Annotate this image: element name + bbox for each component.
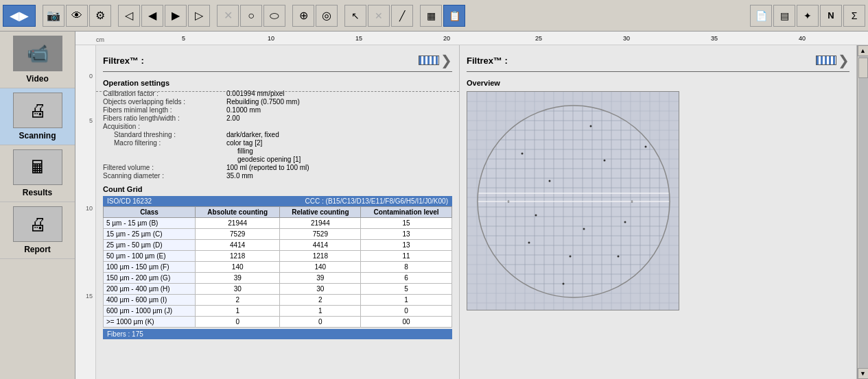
table-button[interactable]: ▤ [773,5,795,27]
settings-value-6: color tag [2] [226,139,262,147]
settings-label-8 [103,156,226,163]
table-row: 50 µm - 100 µm (E) 1218 1218 11 [104,251,452,262]
sidebar-item-video[interactable]: 📹 Video [0,32,75,88]
settings-row-1: Objects overlapping fields : Rebuilding … [103,98,452,106]
cell-abs: 30 [195,284,279,295]
left-panel-arrow[interactable]: ❯ [441,52,452,69]
settings-label-9: Filtered volume : [103,164,226,171]
settings-label-6: Macro filtering : [103,139,226,147]
donut-button[interactable]: ◎ [316,5,338,27]
table-row: 15 µm - 25 µm (C) 7529 7529 13 [104,229,452,240]
circle-button[interactable]: ○ [240,5,262,27]
left-panel-title: Filtrex™ : [103,56,419,66]
vertical-scrollbar[interactable]: ▲ ▼ [857,45,868,379]
svg-point-97 [645,146,647,148]
ruler-tick-5: 5 [182,35,185,42]
cross-button[interactable]: ✕ [217,5,239,27]
delete-button[interactable]: ✕ [368,5,390,27]
settings-label-10: Scanning diameter : [103,172,226,180]
cell-abs: 0 [195,317,279,328]
settings-row-4: Acquisition : [103,123,452,130]
slash-button[interactable]: ╱ [391,5,413,27]
settings-label-5: Standard threshing : [103,131,226,138]
step-back-button[interactable]: ◁ [118,5,140,27]
page-button[interactable]: 📄 [750,5,772,27]
svg-point-100 [624,221,626,223]
svg-point-88 [521,153,524,155]
settings-row-5: Standard threshing : dark/darker, fixed [103,131,452,138]
n-button[interactable]: N [820,5,842,27]
right-panel-title: Filtrex™ : [467,56,816,66]
video-label: Video [26,74,48,84]
scroll-thumb[interactable] [858,58,868,78]
ruler-tick-40: 40 [799,35,806,42]
fibers-row: Fibers : 175 [103,329,452,339]
settings-value-7: filling [226,147,253,155]
right-panel-stripe-icon [816,56,836,65]
view-button[interactable]: 👁 [66,5,88,27]
cell-cont: 6 [361,273,452,284]
settings-value-3: 2.00 [226,114,239,122]
dashed-line-1 [96,91,459,92]
settings-button[interactable]: ⚙ [89,5,111,27]
grid-button[interactable]: ▦ [420,5,442,27]
svg-point-99 [535,215,537,217]
report-button[interactable]: 📋 [443,5,465,27]
table-row: 600 µm - 1000 µm (J) 1 1 0 [104,306,452,317]
ccc-label: CCC : (B15/C13/D13/E11/F8/G6/H5/I1/J0/K0… [305,197,448,205]
capture-button[interactable]: 📷 [43,5,64,27]
settings-row-2: Fibers minimal length : 0.1000 mm [103,106,452,114]
settings-value-8: geodesic opening [1] [226,156,301,163]
cell-rel: 4414 [280,240,361,251]
cell-class: 100 µm - 150 µm (F) [104,262,196,273]
prev-button[interactable]: ◀ [141,5,163,27]
cell-cont: 5 [361,284,452,295]
col-abs: Absolute counting [195,207,279,218]
target-button[interactable]: ⊕ [292,5,314,27]
star-button[interactable]: ✦ [797,5,819,27]
cm-label: cm [96,36,117,45]
cell-rel: 0 [280,317,361,328]
sigma-button[interactable]: Σ [843,5,865,27]
cell-class: 50 µm - 100 µm (E) [104,251,196,262]
cell-cont: 15 [361,218,452,229]
scroll-down-button[interactable]: ▼ [858,368,869,379]
sidebar-item-report[interactable]: 🖨 Report [0,202,75,259]
next-button[interactable]: ▷ [188,5,210,27]
svg-point-92 [583,228,585,230]
sidebar-item-results[interactable]: 🖩 Results [0,145,75,202]
settings-row-3: Fibers ratio length/width : 2.00 [103,114,452,122]
ruler-tick-10: 10 [268,35,274,42]
cell-cont: 00 [361,317,452,328]
main-area: 📹 Video 🖨 Scanning 🖩 Results 🖨 Report cm… [0,32,868,379]
cell-rel: 2 [280,295,361,306]
vruler-10: 10 [86,205,93,212]
sidebar-item-scanning[interactable]: 🖨 Scanning [0,88,75,145]
table-row: 150 µm - 200 µm (G) 39 39 6 [104,273,452,284]
cell-class: >= 1000 µm (K) [104,317,196,328]
right-panel-arrow[interactable]: ❯ [838,52,849,69]
ruler-left: 0 5 10 15 [75,45,96,379]
cell-abs: 39 [195,273,279,284]
right-panel-header: Filtrex™ : ❯ [467,52,849,72]
toolbar: ◀▶ 📷 👁 ⚙ ◁ ◀ ▶ ▷ ✕ ○ ⬭ ⊕ ◎ ↖ ✕ ╱ ▦ 📋 📄 ▤… [0,0,868,32]
ruler-tick-35: 35 [711,35,718,42]
operation-settings-title: Operation settings [103,79,452,87]
settings-table: Calibration factor : 0.001994 mm/pixel O… [103,90,452,180]
iso-bar: ISO/CD 16232 CCC : (B15/C13/D13/E11/F8/G… [103,196,452,206]
ruler-top: cm 5 10 15 20 25 30 35 40 [75,32,868,45]
cell-cont: 0 [361,306,452,317]
play-button[interactable]: ▶ [165,5,187,27]
svg-point-89 [549,180,551,182]
scroll-up-button[interactable]: ▲ [858,45,869,56]
cell-rel: 21944 [280,218,361,229]
table-row: 25 µm - 50 µm (D) 4414 4414 13 [104,240,452,251]
cell-cont: 8 [361,262,452,273]
settings-value-10: 35.0 mm [226,172,253,180]
table-row: 100 µm - 150 µm (F) 140 140 8 [104,262,452,273]
settings-label-2: Fibers minimal length : [103,106,226,114]
table-row: 400 µm - 600 µm (I) 2 2 1 [104,295,452,306]
oval-button[interactable]: ⬭ [263,5,285,27]
pointer-button[interactable]: ↖ [344,5,366,27]
nav-back-button[interactable]: ◀▶ [3,5,36,27]
